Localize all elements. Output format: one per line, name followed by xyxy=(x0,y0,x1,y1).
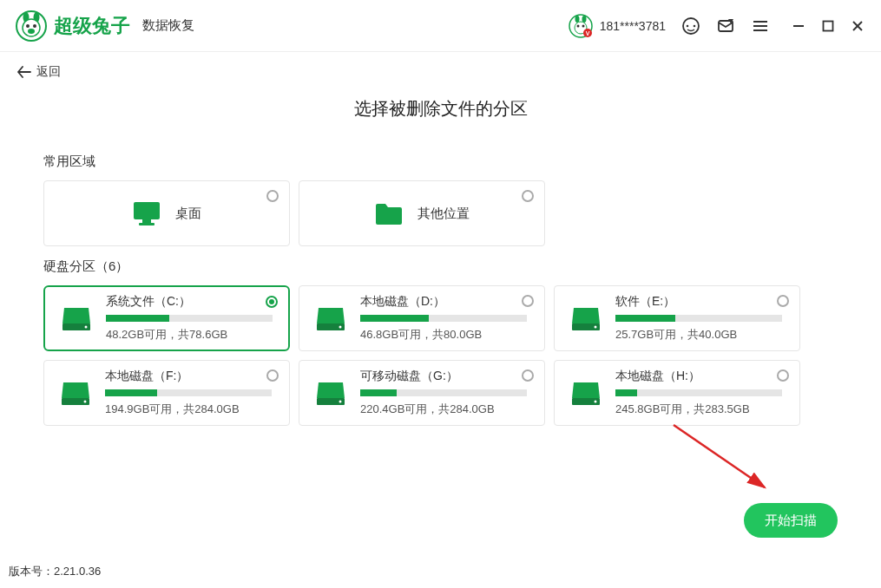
drive-usage: 48.2GB可用，共78.6GB xyxy=(106,327,273,343)
drive-name: 本地磁盘（D:） xyxy=(360,294,529,310)
drive-name: 系统文件（C:） xyxy=(106,294,273,310)
drive-info: 系统文件（C:）48.2GB可用，共78.6GB xyxy=(106,294,273,343)
drive-info: 可移动磁盘（G:）220.4GB可用，共284.0GB xyxy=(360,369,529,417)
drive-usage: 25.7GB可用，共40.0GB xyxy=(615,327,784,343)
drive-name: 本地磁盘（F:） xyxy=(105,369,273,384)
drive-card[interactable]: 可移动磁盘（G:）220.4GB可用，共284.0GB xyxy=(299,360,545,426)
desktop-icon xyxy=(132,200,161,226)
page-title: 选择被删除文件的分区 xyxy=(0,85,881,141)
svg-point-36 xyxy=(84,401,87,403)
svg-rect-26 xyxy=(134,202,160,219)
svg-point-12 xyxy=(582,24,584,27)
drive-progress xyxy=(106,315,273,322)
drive-info: 本地磁盘（F:）194.9GB可用，共284.0GB xyxy=(105,369,273,417)
svg-point-17 xyxy=(694,24,696,27)
drive-card[interactable]: 软件（E:）25.7GB可用，共40.0GB xyxy=(554,285,800,351)
drive-name: 软件（E:） xyxy=(615,294,784,310)
drive-icon xyxy=(315,377,346,408)
version-label: 版本号：2.21.0.36 xyxy=(9,564,101,579)
svg-point-30 xyxy=(85,326,88,329)
start-scan-button[interactable]: 开始扫描 xyxy=(744,503,838,538)
svg-point-15 xyxy=(683,18,699,34)
svg-point-40 xyxy=(595,401,597,403)
header-right: V 181****3781 xyxy=(569,14,865,38)
drive-card[interactable]: 本地磁盘（F:）194.9GB可用，共284.0GB xyxy=(43,360,290,426)
svg-point-34 xyxy=(595,326,597,329)
drive-progress xyxy=(360,315,527,322)
radio-indicator xyxy=(266,369,279,382)
folder-icon xyxy=(374,200,404,226)
app-header: 超级兔子 数据恢复 V 181****3781 xyxy=(0,0,881,52)
brand-subtitle: 数据恢复 xyxy=(142,17,194,34)
drives-row: 系统文件（C:）48.2GB可用，共78.6GB本地磁盘（D:）46.8GB可用… xyxy=(43,285,838,426)
svg-point-4 xyxy=(26,24,30,28)
drive-progress xyxy=(360,389,527,396)
annotation-arrow-icon xyxy=(665,416,778,503)
drive-info: 软件（E:）25.7GB可用，共40.0GB xyxy=(615,294,784,343)
app-logo-icon xyxy=(16,10,47,42)
svg-line-41 xyxy=(674,425,765,487)
svg-rect-28 xyxy=(139,223,155,225)
feedback-icon[interactable] xyxy=(716,16,735,36)
header-left: 超级兔子 数据恢复 xyxy=(16,10,194,42)
common-card-label: 桌面 xyxy=(175,206,201,222)
drive-usage: 245.8GB可用，共283.5GB xyxy=(615,402,784,417)
svg-point-11 xyxy=(576,24,579,27)
common-area-row: 桌面其他位置 xyxy=(43,180,838,246)
drive-usage: 46.8GB可用，共80.0GB xyxy=(360,327,529,343)
drive-icon xyxy=(570,303,602,334)
user-avatar-icon: V xyxy=(569,14,593,38)
drive-progress xyxy=(615,315,782,322)
maximize-button[interactable] xyxy=(820,18,836,34)
svg-point-38 xyxy=(339,401,342,403)
close-button[interactable] xyxy=(850,18,865,34)
drive-card[interactable]: 本地磁盘（H:）245.8GB可用，共283.5GB xyxy=(554,360,800,426)
user-phone: 181****3781 xyxy=(600,19,666,33)
radio-indicator xyxy=(522,190,534,202)
svg-point-16 xyxy=(687,24,689,27)
svg-point-8 xyxy=(575,16,579,23)
drive-progress xyxy=(105,389,272,396)
radio-indicator xyxy=(522,369,534,382)
drive-icon xyxy=(570,377,602,408)
common-section-label: 常用区域 xyxy=(43,154,838,170)
drive-name: 可移动磁盘（G:） xyxy=(360,369,529,384)
drives-section-label: 硬盘分区（6） xyxy=(43,258,838,275)
back-arrow-icon xyxy=(17,66,31,78)
radio-indicator xyxy=(777,369,789,382)
svg-rect-27 xyxy=(142,219,151,223)
content-area: 常用区域 桌面其他位置 硬盘分区（6） 系统文件（C:）48.2GB可用，共78… xyxy=(0,154,881,426)
drive-card[interactable]: 本地磁盘（D:）46.8GB可用，共80.0GB xyxy=(299,285,545,351)
radio-indicator xyxy=(522,295,534,307)
common-card-label: 其他位置 xyxy=(417,206,470,222)
common-card-folder[interactable]: 其他位置 xyxy=(299,180,545,246)
svg-rect-23 xyxy=(824,21,833,30)
svg-point-6 xyxy=(28,29,35,34)
drive-usage: 220.4GB可用，共284.0GB xyxy=(360,402,529,417)
common-card-desktop[interactable]: 桌面 xyxy=(43,180,290,246)
drive-card[interactable]: 系统文件（C:）48.2GB可用，共78.6GB xyxy=(43,285,290,351)
drive-icon xyxy=(60,377,91,408)
back-label: 返回 xyxy=(36,64,61,80)
svg-point-5 xyxy=(33,24,36,28)
support-icon[interactable] xyxy=(681,16,700,36)
drive-info: 本地磁盘（D:）46.8GB可用，共80.0GB xyxy=(360,294,529,343)
back-button[interactable]: 返回 xyxy=(0,52,881,85)
radio-indicator xyxy=(266,190,279,202)
user-info[interactable]: V 181****3781 xyxy=(569,14,666,38)
drive-icon xyxy=(61,303,92,334)
drive-info: 本地磁盘（H:）245.8GB可用，共283.5GB xyxy=(615,369,784,417)
svg-point-32 xyxy=(339,326,342,329)
brand-name: 超级兔子 xyxy=(54,13,130,39)
drive-usage: 194.9GB可用，共284.0GB xyxy=(105,402,273,417)
svg-text:V: V xyxy=(585,30,589,36)
minimize-button[interactable] xyxy=(791,18,806,34)
drive-name: 本地磁盘（H:） xyxy=(615,369,784,384)
menu-icon[interactable] xyxy=(751,16,770,36)
drive-progress xyxy=(615,389,782,396)
svg-point-9 xyxy=(582,16,586,23)
window-controls xyxy=(791,18,865,34)
drive-icon xyxy=(315,303,346,334)
radio-indicator xyxy=(777,295,789,307)
radio-indicator xyxy=(266,296,278,308)
